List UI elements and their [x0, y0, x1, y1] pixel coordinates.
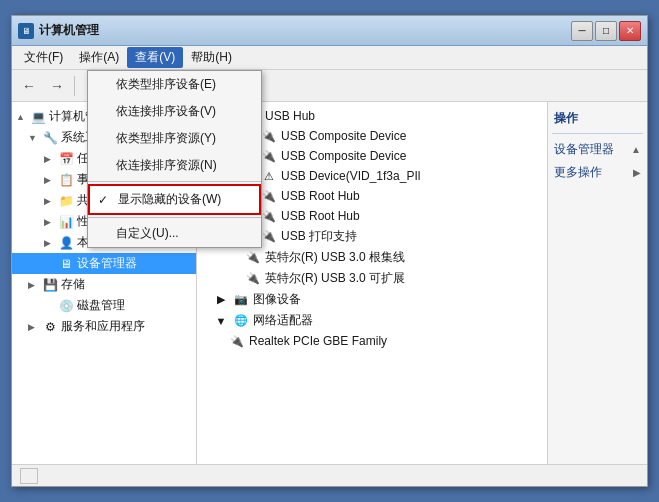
device-network-adapters[interactable]: ▼ 🌐 网络适配器 — [197, 310, 547, 331]
status-bar — [12, 464, 647, 486]
app-icon: 🖥 — [18, 23, 34, 39]
title-bar: 🖥 计算机管理 ─ □ ✕ — [12, 16, 647, 46]
title-buttons: ─ □ ✕ — [571, 21, 641, 41]
event-icon: 📋 — [58, 172, 74, 188]
tree-label-disk: 磁盘管理 — [77, 297, 125, 314]
intel-usb30-1-icon: 🔌 — [245, 250, 261, 266]
usb-vid-icon: ⚠ — [261, 168, 277, 184]
menu-customize[interactable]: 自定义(U)... — [88, 220, 261, 247]
toolbar-separator — [74, 76, 75, 96]
tree-label-svc: 服务和应用程序 — [61, 318, 145, 335]
main-window: 🖥 计算机管理 ─ □ ✕ 文件(F) 操作(A) 查看(V) 帮助(H) 依类… — [11, 15, 648, 487]
view-dropdown-menu: 依类型排序设备(E) 依连接排序设备(V) 依类型排序资源(Y) 依连接排序资源… — [87, 70, 262, 248]
usb-root1-icon: 🔌 — [261, 188, 277, 204]
action-panel-title: 操作 — [552, 106, 643, 134]
image-icon: 📷 — [233, 292, 249, 308]
forward-button[interactable]: → — [44, 74, 70, 98]
menu-sort-conn-device[interactable]: 依连接排序设备(V) — [88, 98, 261, 125]
action-panel: 操作 设备管理器 ▲ 更多操作 ▶ — [547, 102, 647, 464]
shared-icon: 📁 — [58, 193, 74, 209]
expand-icon-disk — [44, 301, 58, 311]
disk-icon: 💿 — [58, 298, 74, 314]
window-title: 计算机管理 — [39, 22, 99, 39]
expand-icon-svc: ▶ — [28, 322, 42, 332]
tree-item-services[interactable]: ▶ ⚙ 服务和应用程序 — [12, 316, 196, 337]
menu-bar: 文件(F) 操作(A) 查看(V) 帮助(H) 依类型排序设备(E) 依连接排序… — [12, 46, 647, 70]
expand-icon-storage: ▶ — [28, 280, 42, 290]
arrow-icon: ▲ — [631, 144, 641, 155]
tree-label-devmgr: 设备管理器 — [77, 255, 137, 272]
tree-item-storage[interactable]: ▶ 💾 存储 — [12, 274, 196, 295]
close-button[interactable]: ✕ — [619, 21, 641, 41]
expand-icon-system: ▼ — [28, 133, 42, 143]
check-icon: ✓ — [98, 193, 108, 207]
menu-separator-2 — [88, 217, 261, 218]
minimize-button[interactable]: ─ — [571, 21, 593, 41]
expand-icon-perf: ▶ — [44, 217, 58, 227]
expand-icon-task: ▶ — [44, 154, 58, 164]
menu-sort-conn-resource[interactable]: 依连接排序资源(N) — [88, 152, 261, 179]
expand-icon-shared: ▶ — [44, 196, 58, 206]
perf-icon: 📊 — [58, 214, 74, 230]
tree-item-device-manager[interactable]: 🖥 设备管理器 — [12, 253, 196, 274]
tree-item-disk[interactable]: 💿 磁盘管理 — [12, 295, 196, 316]
realtek-icon: 🔌 — [229, 333, 245, 349]
maximize-button[interactable]: □ — [595, 21, 617, 41]
network-icon: 🌐 — [233, 313, 249, 329]
expand-icon-devmgr — [44, 259, 58, 269]
back-button[interactable]: ← — [16, 74, 42, 98]
task-icon: 📅 — [58, 151, 74, 167]
expand-icon-root: ▲ — [16, 112, 30, 122]
usb-composite1-icon: 🔌 — [261, 128, 277, 144]
device-realtek[interactable]: 🔌 Realtek PCIe GBE Family — [197, 331, 547, 351]
expand-net-icon: ▼ — [213, 313, 229, 329]
menu-separator-1 — [88, 181, 261, 182]
menu-sort-type-resource[interactable]: 依类型排序资源(Y) — [88, 125, 261, 152]
expand-img-icon: ▶ — [213, 292, 229, 308]
device-mgr-icon: 🖥 — [58, 256, 74, 272]
services-icon: ⚙ — [42, 319, 58, 335]
menu-file[interactable]: 文件(F) — [16, 47, 71, 68]
expand-icon-event: ▶ — [44, 175, 58, 185]
menu-help[interactable]: 帮助(H) — [183, 47, 240, 68]
device-intel-usb30-1[interactable]: 🔌 英特尔(R) USB 3.0 根集线 — [197, 247, 547, 268]
menu-sort-type-device[interactable]: 依类型排序设备(E) — [88, 71, 261, 98]
more-arrow-icon: ▶ — [633, 167, 641, 178]
tree-label-storage: 存储 — [61, 276, 85, 293]
expand-icon-users: ▶ — [44, 238, 58, 248]
usb-composite2-icon: 🔌 — [261, 148, 277, 164]
device-intel-usb30-2[interactable]: 🔌 英特尔(R) USB 3.0 可扩展 — [197, 268, 547, 289]
title-bar-left: 🖥 计算机管理 — [18, 22, 99, 39]
storage-icon: 💾 — [42, 277, 58, 293]
menu-show-hidden[interactable]: ✓ 显示隐藏的设备(W) — [88, 184, 261, 215]
menu-action[interactable]: 操作(A) — [71, 47, 127, 68]
action-more[interactable]: 更多操作 ▶ — [552, 161, 643, 184]
device-image-devices[interactable]: ▶ 📷 图像设备 — [197, 289, 547, 310]
computer-icon: 💻 — [30, 109, 46, 125]
status-text — [20, 468, 38, 484]
usb-root2-icon: 🔌 — [261, 208, 277, 224]
menu-view[interactable]: 查看(V) — [127, 47, 183, 68]
action-device-manager[interactable]: 设备管理器 ▲ — [552, 138, 643, 161]
system-tools-icon: 🔧 — [42, 130, 58, 146]
usb-print-icon: 🔌 — [261, 229, 277, 245]
users-icon: 👤 — [58, 235, 74, 251]
intel-usb30-2-icon: 🔌 — [245, 271, 261, 287]
